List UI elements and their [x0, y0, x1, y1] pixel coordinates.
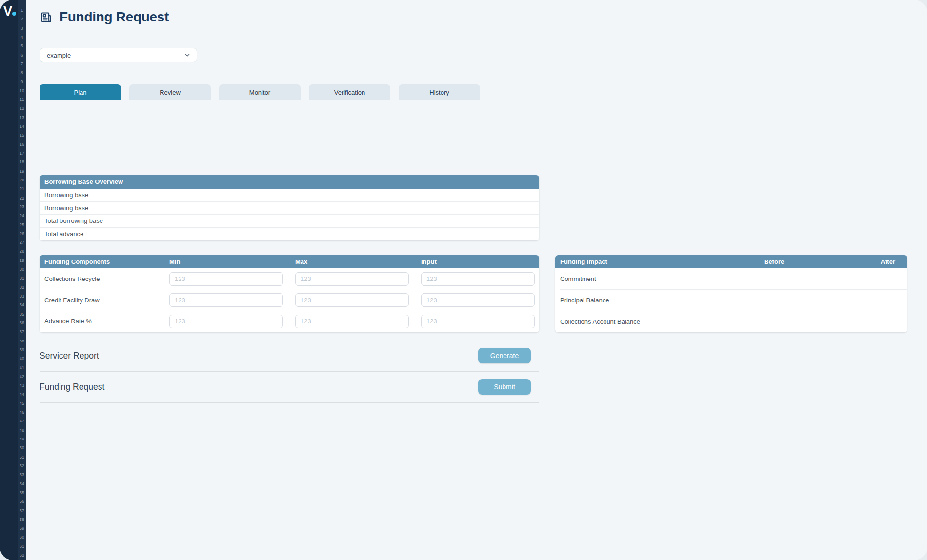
row-label: Borrowing base — [44, 191, 88, 199]
line-number: 12 — [18, 104, 26, 113]
line-number: 27 — [18, 238, 26, 247]
line-number: 7 — [18, 60, 26, 68]
line-number: 29 — [18, 256, 26, 265]
chevron-down-icon — [184, 52, 191, 59]
credit-facility-draw-max-input[interactable] — [295, 293, 409, 307]
line-number: 37 — [18, 327, 26, 336]
line-number: 41 — [18, 363, 26, 372]
line-number: 43 — [18, 381, 26, 390]
line-number: 51 — [18, 453, 26, 461]
column-title: Funding Components — [44, 258, 169, 265]
funding-components-table: Funding Components Min Max Input Collect… — [40, 255, 539, 332]
line-number: 48 — [18, 426, 26, 435]
line-number: 14 — [18, 122, 26, 131]
line-number: 54 — [18, 480, 26, 488]
line-number: 20 — [18, 176, 26, 184]
sidebar: 1234567891011121314151617181920212223242… — [0, 0, 26, 560]
right-column: Funding Impact Before After Commitment P… — [555, 255, 907, 332]
tab-plan[interactable]: Plan — [40, 84, 121, 100]
collections-recycle-input[interactable] — [421, 272, 535, 286]
row-label: Total borrowing base — [44, 217, 103, 224]
advance-rate-min-input[interactable] — [169, 315, 283, 328]
line-number: 22 — [18, 194, 26, 202]
line-number: 9 — [18, 78, 26, 86]
line-number: 34 — [18, 300, 26, 309]
logo-letter: V — [3, 4, 12, 19]
line-number-gutter: 1234567891011121314151617181920212223242… — [18, 0, 26, 560]
main-content: Funding Request example Plan Review Moni… — [26, 0, 927, 560]
submit-button[interactable]: Submit — [478, 379, 531, 395]
line-number: 26 — [18, 229, 26, 238]
servicer-report-label: Servicer Report — [40, 351, 99, 361]
tab-verification[interactable]: Verification — [309, 84, 390, 100]
line-number: 24 — [18, 211, 26, 220]
line-number: 11 — [18, 95, 26, 104]
credit-facility-draw-min-input[interactable] — [169, 293, 283, 307]
line-number: 62 — [18, 551, 26, 560]
page-header: Funding Request — [40, 7, 927, 27]
line-number: 44 — [18, 390, 26, 399]
line-number: 59 — [18, 524, 26, 533]
line-number: 1 — [18, 6, 26, 15]
funding-impact-table: Funding Impact Before After Commitment P… — [555, 255, 907, 332]
line-number: 5 — [18, 41, 26, 50]
table-row: Advance Rate % — [40, 311, 539, 332]
line-number: 35 — [18, 310, 26, 319]
column-min: Min — [169, 258, 295, 265]
line-number: 36 — [18, 319, 26, 327]
line-number: 60 — [18, 533, 26, 541]
line-number: 25 — [18, 220, 26, 229]
funding-request-label: Funding Request — [40, 382, 104, 392]
line-number: 17 — [18, 149, 26, 158]
borrowing-base-table-header: Borrowing Base Overview — [40, 175, 539, 189]
table-row: Commitment — [555, 268, 907, 289]
app-logo[interactable]: V — [3, 4, 16, 19]
line-number: 13 — [18, 113, 26, 122]
line-number: 31 — [18, 274, 26, 282]
line-number: 23 — [18, 202, 26, 211]
line-number: 38 — [18, 337, 26, 345]
line-number: 52 — [18, 461, 26, 470]
deal-select[interactable]: example — [40, 48, 197, 62]
borrowing-base-table: Borrowing Base Overview Borrowing base B… — [40, 175, 539, 240]
logo-dot — [12, 12, 16, 16]
servicer-report-row: Servicer Report Generate — [40, 340, 539, 371]
row-label: Principal Balance — [560, 297, 764, 304]
row-label: Borrowing base — [44, 204, 88, 212]
line-number: 32 — [18, 283, 26, 292]
funding-components-header: Funding Components Min Max Input — [40, 255, 539, 268]
tab-review[interactable]: Review — [129, 84, 211, 100]
line-number: 40 — [18, 354, 26, 363]
line-number: 3 — [18, 24, 26, 33]
row-label: Advance Rate % — [44, 318, 169, 325]
line-number: 57 — [18, 506, 26, 515]
row-label: Collections Recycle — [44, 275, 169, 282]
column-after: After — [878, 258, 895, 265]
table-row: Borrowing base — [40, 202, 539, 215]
line-number: 55 — [18, 488, 26, 497]
row-label: Collections Account Balance — [560, 318, 764, 325]
line-number: 10 — [18, 86, 26, 95]
tab-history[interactable]: History — [399, 84, 480, 100]
credit-facility-draw-input[interactable] — [421, 293, 535, 307]
divider — [40, 402, 539, 403]
advance-rate-max-input[interactable] — [295, 315, 409, 328]
tab-monitor[interactable]: Monitor — [219, 84, 301, 100]
row-label: Total advance — [44, 230, 83, 238]
table-row: Collections Account Balance — [555, 311, 907, 332]
tab-bar: Plan Review Monitor Verification History — [40, 84, 927, 100]
deal-select-value: example — [47, 52, 71, 59]
line-number: 46 — [18, 408, 26, 417]
line-number: 53 — [18, 470, 26, 479]
line-number: 61 — [18, 542, 26, 551]
collections-recycle-min-input[interactable] — [169, 272, 283, 286]
collections-recycle-max-input[interactable] — [295, 272, 409, 286]
generate-button[interactable]: Generate — [478, 348, 531, 363]
advance-rate-input[interactable] — [421, 315, 535, 328]
line-number: 58 — [18, 515, 26, 524]
funding-request-row: Funding Request Submit — [40, 372, 539, 402]
tables-row: Funding Components Min Max Input Collect… — [40, 255, 927, 403]
left-column: Funding Components Min Max Input Collect… — [40, 255, 539, 403]
table-row: Credit Facility Draw — [40, 290, 539, 311]
table-row: Collections Recycle — [40, 268, 539, 290]
